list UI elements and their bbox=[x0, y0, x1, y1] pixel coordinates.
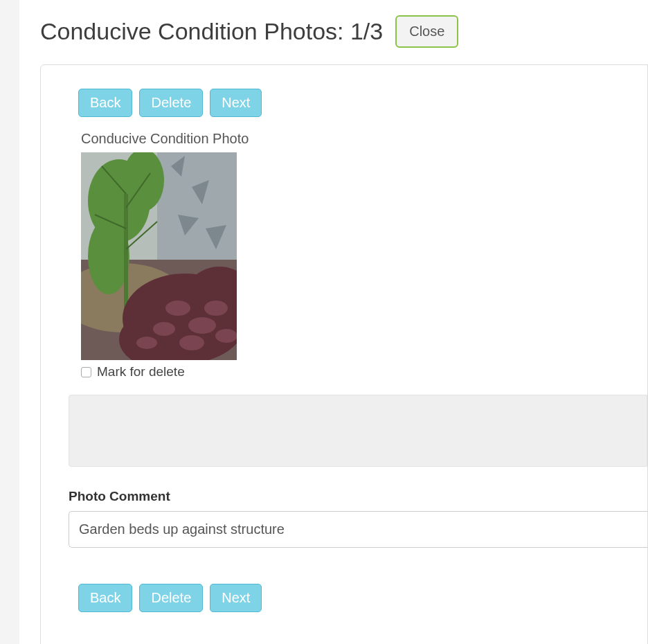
svg-point-18 bbox=[204, 301, 228, 316]
annotation-toolbar-placeholder bbox=[69, 395, 647, 467]
comment-input[interactable] bbox=[69, 511, 647, 548]
main-panel: Back Delete Next Conducive Condition Pho… bbox=[40, 64, 648, 644]
next-button-bottom[interactable]: Next bbox=[210, 584, 262, 612]
svg-rect-1 bbox=[157, 152, 237, 270]
svg-point-17 bbox=[153, 322, 175, 336]
photo-section-label: Conducive Condition Photo bbox=[81, 131, 647, 147]
svg-point-15 bbox=[165, 301, 190, 316]
nav-top: Back Delete Next bbox=[78, 89, 647, 117]
back-button-bottom[interactable]: Back bbox=[78, 584, 132, 612]
next-button[interactable]: Next bbox=[210, 89, 262, 117]
mark-delete-label: Mark for delete bbox=[97, 364, 185, 379]
svg-point-6 bbox=[88, 218, 129, 294]
header: Conducive Condition Photos: 1/3 Close bbox=[40, 15, 648, 48]
condition-photo bbox=[81, 152, 237, 360]
svg-point-20 bbox=[136, 337, 157, 349]
mark-delete-checkbox[interactable] bbox=[81, 367, 91, 377]
close-button[interactable]: Close bbox=[395, 15, 458, 48]
delete-button[interactable]: Delete bbox=[139, 89, 203, 117]
svg-point-21 bbox=[215, 329, 237, 343]
delete-button-bottom[interactable]: Delete bbox=[139, 584, 203, 612]
svg-rect-7 bbox=[124, 194, 128, 319]
page-title: Conducive Condition Photos: 1/3 bbox=[40, 18, 383, 45]
svg-point-16 bbox=[188, 317, 216, 334]
svg-point-19 bbox=[179, 335, 204, 350]
nav-bottom: Back Delete Next bbox=[78, 584, 647, 612]
page-container: Conducive Condition Photos: 1/3 Close Ba… bbox=[19, 0, 648, 644]
back-button[interactable]: Back bbox=[78, 89, 132, 117]
mark-delete-row[interactable]: Mark for delete bbox=[81, 364, 647, 379]
comment-label: Photo Comment bbox=[69, 489, 647, 504]
left-gutter bbox=[0, 0, 19, 644]
